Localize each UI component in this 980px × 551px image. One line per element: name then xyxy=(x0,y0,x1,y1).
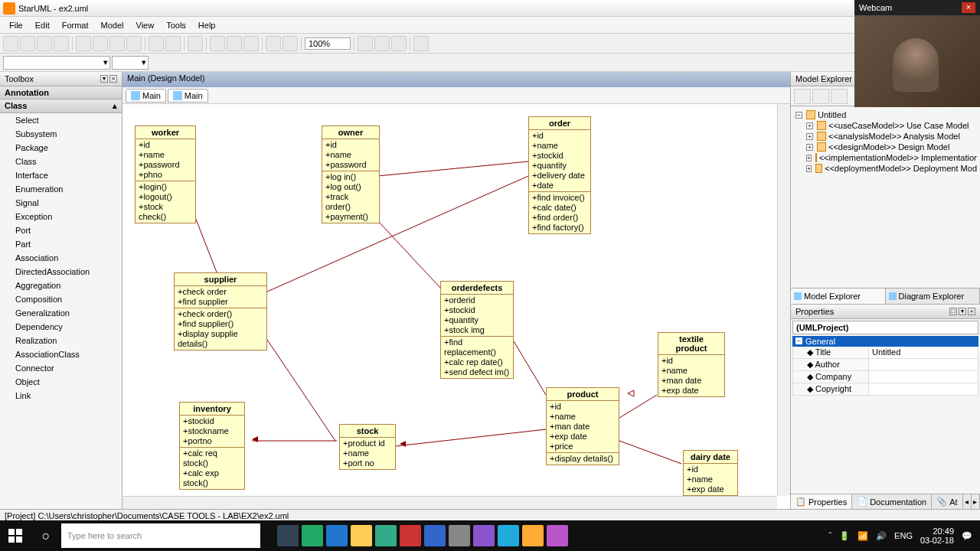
tree-item[interactable]: +<<designModel>> Design Model xyxy=(794,142,977,152)
tab-nav-next[interactable]: ▸ xyxy=(972,494,980,509)
annotation-section[interactable]: Annotation xyxy=(0,86,122,99)
app-icon[interactable] xyxy=(424,525,446,546)
tray-chevron-icon[interactable]: ˆ xyxy=(828,531,831,540)
toolbox-item[interactable]: Generalization xyxy=(0,306,122,320)
class-worker[interactable]: worker +id+name+password+phno +login()+l… xyxy=(135,126,196,223)
wifi-icon[interactable]: 📶 xyxy=(858,531,868,541)
app-icon[interactable] xyxy=(522,525,544,546)
font-combo[interactable]: ▾ xyxy=(3,56,110,70)
model-tree[interactable]: −Untitled +<<useCaseModel>> Use Case Mod… xyxy=(791,106,980,288)
taskbar-search[interactable]: Type here to search xyxy=(61,523,260,548)
tool-button[interactable] xyxy=(413,36,429,51)
toolbox-item[interactable]: Object xyxy=(0,375,122,389)
menu-bar[interactable]: File Edit Format Model View Tools Help xyxy=(0,17,980,34)
toolbox-item[interactable]: AssociationClass xyxy=(0,347,122,361)
print-button[interactable] xyxy=(54,36,69,51)
class-dairy[interactable]: dairy date +id+name+exp date xyxy=(683,450,738,496)
zoom-fit-button[interactable] xyxy=(391,36,407,51)
tab-documentation[interactable]: 📄Documentation xyxy=(852,494,932,509)
zoom-out-button[interactable] xyxy=(358,36,373,51)
app-icon[interactable] xyxy=(449,525,470,546)
sort-button[interactable] xyxy=(812,89,829,104)
windows-taskbar[interactable]: ○ Type here to search ˆ 🔋 📶 🔊 ENG 20:490… xyxy=(0,520,980,551)
toolbox-item[interactable]: Subsystem xyxy=(0,127,122,141)
toolbox-item[interactable]: Class xyxy=(0,155,122,168)
class-section[interactable]: Class▴ xyxy=(0,99,122,113)
redo-button[interactable] xyxy=(165,36,181,51)
tree-root[interactable]: −Untitled xyxy=(794,109,977,120)
app-icon[interactable] xyxy=(547,525,568,546)
prop-category[interactable]: −General xyxy=(792,336,978,347)
menu-view[interactable]: View xyxy=(130,19,161,31)
toolbox-item[interactable]: Connector xyxy=(0,361,122,375)
class-order[interactable]: order +id+name+stockid+quantity+delivery… xyxy=(528,116,591,234)
menu-file[interactable]: File xyxy=(3,19,29,31)
toolbox-item[interactable]: Select xyxy=(0,113,122,127)
notifications-icon[interactable]: 💬 xyxy=(962,531,972,541)
toolbox-item[interactable]: Realization xyxy=(0,334,122,347)
app-icon[interactable] xyxy=(351,525,372,546)
menu-help[interactable]: Help xyxy=(192,19,222,31)
copy-button[interactable] xyxy=(93,36,108,51)
find-button[interactable] xyxy=(188,36,203,51)
toolbox-item[interactable]: Part xyxy=(0,237,122,251)
tool-button[interactable] xyxy=(283,36,298,51)
tab-attachments[interactable]: 📎At xyxy=(932,494,962,509)
close-icon[interactable]: × xyxy=(962,2,975,13)
size-combo[interactable]: ▾ xyxy=(112,56,149,70)
class-product[interactable]: product +id+name+man date+exp date+price… xyxy=(546,387,619,465)
class-textile[interactable]: textile product +id+name+man date+exp da… xyxy=(658,332,725,397)
app-icon[interactable] xyxy=(375,525,397,546)
start-button[interactable] xyxy=(0,520,31,551)
cortana-icon[interactable]: ○ xyxy=(31,520,61,551)
app-icon[interactable] xyxy=(498,525,519,546)
sort-button[interactable] xyxy=(794,89,811,104)
toolbox-item[interactable]: Port xyxy=(0,223,122,237)
toolbox-item[interactable]: Link xyxy=(0,389,122,403)
class-orderdefects[interactable]: orderdefects +orderid+stockid+quantity+s… xyxy=(440,281,514,379)
menu-tools[interactable]: Tools xyxy=(160,19,192,31)
tab-nav-prev[interactable]: ◂ xyxy=(963,494,972,509)
toolbox-item[interactable]: Aggregation xyxy=(0,279,122,292)
webcam-titlebar[interactable]: Webcam × xyxy=(854,0,980,15)
pin-icon[interactable]: ▾ xyxy=(959,308,966,315)
tree-item[interactable]: +<<analysisModel>> Analysis Model xyxy=(794,131,977,142)
clock[interactable]: 20:4903-02-18 xyxy=(920,527,954,545)
close-icon[interactable]: × xyxy=(968,308,975,315)
system-tray[interactable]: ˆ 🔋 📶 🔊 ENG 20:4903-02-18 💬 xyxy=(821,527,980,545)
app-icon[interactable] xyxy=(326,525,348,546)
taskview-icon[interactable] xyxy=(277,525,299,546)
class-supplier[interactable]: supplier +check order+find supplier +che… xyxy=(174,272,267,350)
undo-button[interactable] xyxy=(149,36,164,51)
app-icon[interactable] xyxy=(473,525,495,546)
menu-model[interactable]: Model xyxy=(95,19,130,31)
save-button[interactable] xyxy=(37,36,52,51)
language-indicator[interactable]: ENG xyxy=(894,531,913,540)
new-button[interactable] xyxy=(3,36,18,51)
filter-button[interactable] xyxy=(831,89,848,104)
tab-diagram-explorer[interactable]: Diagram Explorer xyxy=(886,289,981,304)
toolbox-item[interactable]: Enumeration xyxy=(0,182,122,196)
toolbox-item[interactable]: Composition xyxy=(0,292,122,306)
paste-button[interactable] xyxy=(109,36,125,51)
volume-icon[interactable]: 🔊 xyxy=(876,531,887,541)
fill-button[interactable] xyxy=(184,55,199,70)
color-button[interactable] xyxy=(167,55,182,70)
zoom-in-button[interactable] xyxy=(374,36,390,51)
tree-item[interactable]: +<<deploymentModel>> Deployment Mod xyxy=(794,163,977,174)
toolbox-item[interactable]: Interface xyxy=(0,168,122,182)
delete-button[interactable] xyxy=(126,36,142,51)
diagram-canvas[interactable]: worker +id+name+password+phno +login()+l… xyxy=(122,104,790,509)
class-stock[interactable]: stock +product id+name+port no xyxy=(339,424,396,470)
pin-icon[interactable]: □ xyxy=(949,308,957,315)
zoom-input[interactable] xyxy=(305,37,351,50)
app-icon[interactable] xyxy=(302,525,323,546)
prop-row[interactable]: ◆ TitleUntitled xyxy=(792,347,978,359)
toolbox-item[interactable]: Package xyxy=(0,141,122,155)
class-owner[interactable]: owner +id+name+password +log in()+log ou… xyxy=(322,126,380,223)
vertical-scrollbar[interactable] xyxy=(777,104,790,496)
close-icon[interactable]: × xyxy=(109,75,117,83)
tree-item[interactable]: +<<useCaseModel>> Use Case Model xyxy=(794,120,977,131)
class-inventory[interactable]: inventory +stockid+stockname+portno +cal… xyxy=(179,402,245,490)
battery-icon[interactable]: 🔋 xyxy=(839,531,850,541)
